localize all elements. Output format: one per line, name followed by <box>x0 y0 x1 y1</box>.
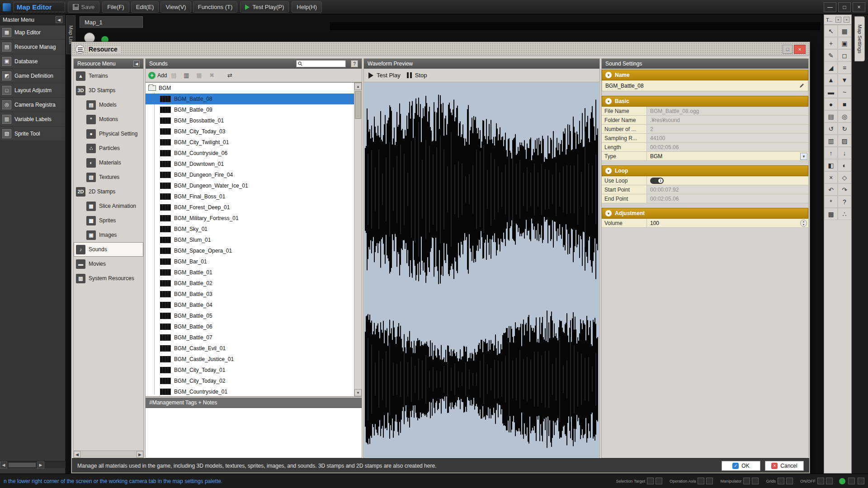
collapse-resource-menu-icon[interactable]: ◀ <box>133 61 140 67</box>
tool-fill[interactable]: ◧ <box>824 159 838 171</box>
sound-list-item[interactable]: BGM_Bossbattle_01 <box>146 115 354 126</box>
sound-list-item[interactable]: BGM_Countryside_01 <box>146 386 354 397</box>
notes-area[interactable] <box>146 408 362 458</box>
tool-paste[interactable]: ▨ <box>838 135 851 147</box>
tool-layer-up[interactable]: ↑ <box>824 147 838 159</box>
status-option-icon[interactable] <box>778 478 784 484</box>
status-option-icon[interactable] <box>786 478 793 484</box>
sidebar-item-variable-labels[interactable]: ▥ Variable Labels <box>0 112 65 127</box>
close-panel-icon[interactable]: × <box>844 17 849 23</box>
tool-raise-terrain[interactable]: ▲ <box>824 74 838 86</box>
save-button[interactable]: Save <box>68 1 100 13</box>
tool-eyedropper[interactable]: ◎ <box>838 110 851 122</box>
tab-map-1[interactable]: Map_1 <box>80 16 143 28</box>
tool-undo[interactable]: ↶ <box>824 183 838 196</box>
maximize-button[interactable]: □ <box>838 2 851 12</box>
sound-list-item[interactable]: BGM_Dungeon_Fire_04 <box>146 169 354 180</box>
tool-circle-brush[interactable]: ● <box>824 98 838 110</box>
sound-list-item[interactable]: BGM_Space_Opera_01 <box>146 245 354 256</box>
test-play-sound-button[interactable]: Test Play <box>368 72 401 79</box>
status-option-icon[interactable] <box>647 478 654 484</box>
status-extra-icon[interactable] <box>848 478 855 484</box>
scrollbar-thumb[interactable] <box>9 463 36 467</box>
management-tags-header[interactable]: #Management Tags + Notes <box>146 398 362 408</box>
tool-rotate-left[interactable]: ↺ <box>824 122 838 135</box>
tool-rotate-right[interactable]: ↻ <box>838 122 851 135</box>
tool-stamp[interactable]: ▤ <box>824 110 838 122</box>
file-menu[interactable]: File(F) <box>102 1 129 13</box>
cancel-button[interactable]: × Cancel <box>765 461 804 471</box>
scroll-right-icon[interactable]: ▶ <box>37 461 44 469</box>
sound-list-item[interactable]: BGM_Sky_01 <box>146 224 354 235</box>
sound-list-item[interactable]: BGM_Military_Fortress_01 <box>146 213 354 224</box>
tool-delete[interactable]: × <box>824 171 838 183</box>
search-box[interactable] <box>296 60 346 67</box>
setting-value[interactable]: BGM ▾ ▴▾ <box>647 152 808 160</box>
tool-slope[interactable]: ◢ <box>824 61 838 74</box>
folder-row-bgm[interactable]: BGM <box>146 83 354 94</box>
resource-menu-terrains[interactable]: ▲ Terrains <box>74 69 143 83</box>
tool-material-picker[interactable]: ◐ <box>838 159 851 171</box>
sound-list-item[interactable]: BGM_Downtown_01 <box>146 159 354 169</box>
import-export-button[interactable]: ⇄ <box>226 71 236 80</box>
resource-menu-physical-setting[interactable]: ● Physical Setting <box>74 127 143 141</box>
sound-list-item[interactable]: BGM_Battle_08 <box>146 94 354 104</box>
sidebar-item-database[interactable]: ▣ Database <box>0 54 65 69</box>
scroll-right-icon[interactable]: ▶ <box>137 451 143 458</box>
status-option-icon[interactable] <box>752 478 759 484</box>
resource-menu-2d-stamps[interactable]: 2D 2D Stamps <box>74 184 143 199</box>
status-option-icon[interactable] <box>743 478 750 484</box>
tool-redo[interactable]: ↷ <box>838 183 851 196</box>
resource-menu-3d-stamps[interactable]: 3D 3D Stamps <box>74 83 143 98</box>
sidebar-item-layout-adjustment[interactable]: □ Layout Adjustm <box>0 83 65 98</box>
scroll-down-icon[interactable]: ▼ <box>354 389 362 396</box>
resource-menu-movies[interactable]: ▬ Movies <box>74 257 143 271</box>
tool-stairs[interactable]: ≡ <box>838 61 851 74</box>
resource-menu-system-resources[interactable]: ▥ System Resources <box>74 271 143 286</box>
status-option-icon[interactable] <box>656 478 662 484</box>
help-icon[interactable]: ? <box>351 60 358 67</box>
sidebar-item-map-editor[interactable]: ▦ Map Editor <box>0 25 65 40</box>
sound-list-item[interactable]: BGM_Castle_Justice_01 <box>146 354 354 365</box>
tool-eraser[interactable]: ◻ <box>838 49 851 61</box>
sound-list-item[interactable]: BGM_Slum_01 <box>146 235 354 245</box>
type-dropdown-icon[interactable]: ▾ <box>800 153 807 160</box>
scroll-left-icon[interactable]: ◀ <box>74 451 80 458</box>
resource-menu-textures[interactable]: ▧ Textures <box>74 170 143 184</box>
tool-texture[interactable]: ▩ <box>824 208 838 220</box>
add-sound-button[interactable]: + Add <box>148 72 167 79</box>
dialog-close-button[interactable]: × <box>794 45 806 54</box>
tool-move[interactable]: + <box>824 37 838 49</box>
sound-list-item[interactable]: BGM_Battle_09 <box>146 104 354 115</box>
edit-menu[interactable]: Edit(E) <box>131 1 159 13</box>
resource-menu-sprites[interactable]: ▩ Sprites <box>74 213 143 228</box>
close-button[interactable]: × <box>853 2 865 12</box>
sound-list-item[interactable]: BGM_Final_Boss_01 <box>146 191 354 202</box>
tool-settings[interactable]: * <box>824 196 838 208</box>
sound-list-item[interactable]: BGM_Battle_01 <box>146 267 354 278</box>
sound-list-item[interactable]: BGM_Battle_05 <box>146 310 354 321</box>
sidebar-horizontal-scrollbar[interactable]: ◀ ▶ <box>0 461 66 468</box>
duplicate-button[interactable]: ▥ <box>182 71 192 80</box>
volume-spinner-icon[interactable]: ▴▾ <box>800 220 807 227</box>
minimize-button[interactable]: — <box>824 2 836 12</box>
status-option-icon[interactable] <box>698 478 704 484</box>
status-power-icon[interactable] <box>839 478 845 484</box>
tool-area-select[interactable]: ▦ <box>838 25 851 37</box>
resource-menu-motions[interactable]: * Motions <box>74 112 143 127</box>
status-option-icon[interactable] <box>706 478 713 484</box>
stop-button[interactable]: Stop <box>407 72 427 79</box>
test-play-button[interactable]: Test Play(P) <box>240 1 289 13</box>
delete-button[interactable]: ✖ <box>208 71 217 80</box>
sound-list-item[interactable]: BGM_Battle_07 <box>146 332 354 343</box>
tool-flatten[interactable]: ▬ <box>824 86 838 98</box>
waveform-display[interactable] <box>364 82 599 458</box>
use-loop-toggle[interactable] <box>650 178 664 184</box>
search-input[interactable] <box>304 61 344 66</box>
sound-list-item[interactable]: BGM_Battle_04 <box>146 300 354 310</box>
resource-menu-models[interactable]: ▤ Models <box>74 98 143 112</box>
tool-layer-down[interactable]: ↓ <box>838 147 851 159</box>
resource-menu-particles[interactable]: ∴ Particles <box>74 141 143 155</box>
sound-list-item[interactable]: BGM_Countryside_06 <box>146 148 354 159</box>
section-loop-header[interactable]: ▾ Loop <box>602 165 808 176</box>
